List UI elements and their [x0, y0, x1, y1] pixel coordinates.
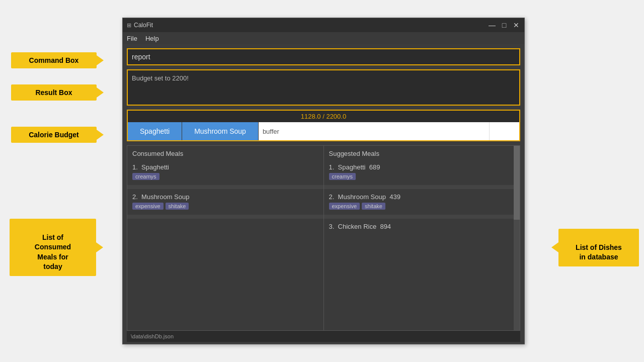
suggested-meal-3-name: 3. Chicken Rice 894: [329, 223, 509, 230]
suggested-meal-1-name: 1. Spaghetti 689: [329, 163, 509, 171]
tag-creamys-suggested-1: creamys: [329, 173, 356, 180]
tag-expensive-consumed: expensive: [132, 203, 164, 210]
sug-separator-2: [324, 215, 520, 219]
sug-separator-1: [324, 185, 520, 189]
consumed-meal-1-tags: creamys: [132, 173, 318, 180]
tab-empty: [489, 122, 519, 140]
app-window: ⊞ CaloFit — □ ✕ File Help Budget set to …: [122, 18, 525, 344]
suggested-meals-title: Suggested Meals: [324, 146, 520, 159]
status-bar: \data\dishDb.json: [127, 331, 520, 342]
calorie-budget-display: 1128.0 / 2200.0: [128, 111, 519, 122]
app-title: CaloFit: [134, 22, 488, 29]
suggested-meal-2-name: 2. Mushroom Soup 439: [329, 193, 509, 201]
tab-mushroom-soup[interactable]: Mushroom Soup: [182, 122, 259, 140]
consumed-meal-1-name: 1. Spaghetti: [132, 163, 318, 171]
tag-shitake-consumed: shitake: [166, 203, 189, 210]
calorie-budget-label: Calorie Budget: [11, 127, 97, 143]
consumed-meal-2-tags: expensive shitake: [132, 203, 318, 210]
suggested-meal-item-3: 3. Chicken Rice 894: [324, 219, 520, 237]
command-box-container: [127, 48, 520, 65]
menu-bar: File Help: [123, 32, 524, 44]
suggested-meal-2-tags: expensive shitake: [329, 203, 509, 210]
suggested-meals-panel: Suggested Meals 1. Spaghetti 689 creamys…: [324, 145, 521, 331]
command-box-label: Command Box: [11, 52, 97, 68]
tag-shitake-suggested: shitake: [362, 203, 385, 210]
app-icon: ⊞: [127, 22, 131, 29]
meal-separator-1: [127, 185, 324, 189]
maximize-button[interactable]: □: [500, 21, 508, 29]
tab-buffer-input[interactable]: [259, 122, 489, 140]
suggested-meal-item-1: 1. Spaghetti 689 creamys: [324, 159, 520, 185]
tab-spaghetti[interactable]: Spaghetti: [128, 122, 182, 140]
suggested-meal-1-tags: creamys: [329, 173, 509, 180]
window-controls: — □ ✕: [488, 21, 520, 29]
consumed-meals-label: List of Consumed Meals for today: [10, 219, 96, 276]
meal-separator-2: [127, 215, 324, 219]
consumed-meals-title: Consumed Meals: [127, 146, 324, 159]
tabs-row: Spaghetti Mushroom Soup: [128, 122, 519, 140]
result-box-label: Result Box: [11, 84, 97, 101]
menu-file[interactable]: File: [127, 35, 137, 42]
minimize-button[interactable]: —: [488, 21, 496, 29]
consumed-meal-2-name: 2. Mushroom Soup: [132, 193, 318, 201]
tag-creamys-consumed-1: creamys: [132, 173, 159, 180]
calorie-section: 1128.0 / 2200.0 Spaghetti Mushroom Soup: [127, 110, 520, 141]
consumed-meals-panel: Consumed Meals 1. Spaghetti creamys 2. M…: [127, 145, 324, 331]
menu-help[interactable]: Help: [145, 35, 159, 42]
close-button[interactable]: ✕: [512, 21, 520, 29]
status-path: \data\dishDb.json: [131, 333, 174, 339]
tag-expensive-suggested: expensive: [329, 203, 360, 210]
scrollbar-thumb[interactable]: [514, 146, 520, 220]
result-box-container: Budget set to 2200!: [127, 69, 520, 106]
result-text: Budget set to 2200!: [132, 74, 515, 82]
command-input[interactable]: [132, 53, 515, 61]
scrollbar-track[interactable]: [514, 146, 520, 330]
title-bar: ⊞ CaloFit — □ ✕: [123, 18, 524, 32]
content-area: Consumed Meals 1. Spaghetti creamys 2. M…: [127, 145, 520, 331]
dishes-db-label: List of Dishes in database: [558, 229, 639, 266]
suggested-meal-item-2: 2. Mushroom Soup 439 expensive shitake: [324, 189, 520, 215]
consumed-meal-item-2: 2. Mushroom Soup expensive shitake: [127, 189, 324, 215]
consumed-meal-item-1: 1. Spaghetti creamys: [127, 159, 324, 185]
